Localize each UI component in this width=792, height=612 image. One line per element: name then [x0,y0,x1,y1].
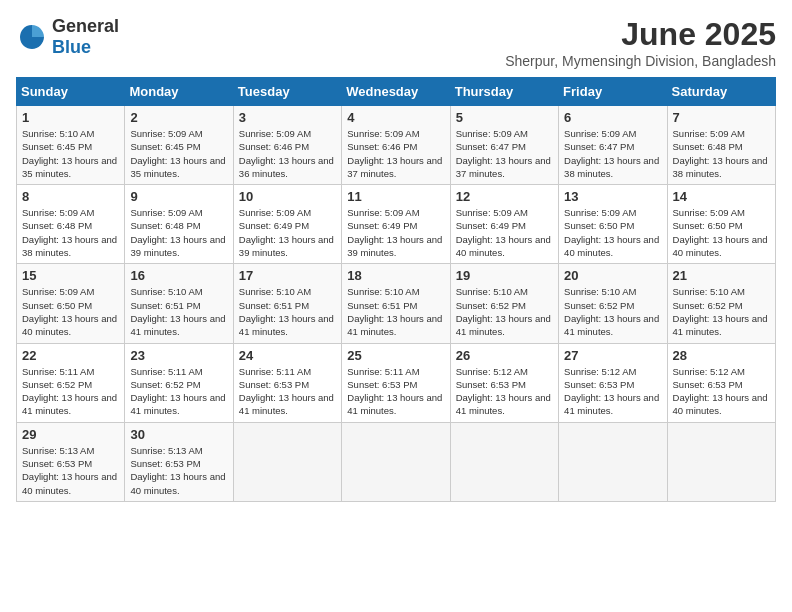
day-info: Sunrise: 5:11 AM Sunset: 6:53 PM Dayligh… [239,365,336,418]
day-number: 23 [130,348,227,363]
week-row-2: 8Sunrise: 5:09 AM Sunset: 6:48 PM Daylig… [17,185,776,264]
calendar-cell: 28Sunrise: 5:12 AM Sunset: 6:53 PM Dayli… [667,343,775,422]
calendar-cell: 17Sunrise: 5:10 AM Sunset: 6:51 PM Dayli… [233,264,341,343]
calendar-cell [450,422,558,501]
day-number: 8 [22,189,119,204]
day-info: Sunrise: 5:09 AM Sunset: 6:45 PM Dayligh… [130,127,227,180]
day-number: 25 [347,348,444,363]
day-info: Sunrise: 5:09 AM Sunset: 6:50 PM Dayligh… [673,206,770,259]
day-number: 27 [564,348,661,363]
day-info: Sunrise: 5:12 AM Sunset: 6:53 PM Dayligh… [456,365,553,418]
day-number: 22 [22,348,119,363]
calendar-cell: 4Sunrise: 5:09 AM Sunset: 6:46 PM Daylig… [342,106,450,185]
week-row-4: 22Sunrise: 5:11 AM Sunset: 6:52 PM Dayli… [17,343,776,422]
day-info: Sunrise: 5:10 AM Sunset: 6:52 PM Dayligh… [564,285,661,338]
day-info: Sunrise: 5:09 AM Sunset: 6:48 PM Dayligh… [22,206,119,259]
day-number: 28 [673,348,770,363]
day-number: 13 [564,189,661,204]
day-number: 9 [130,189,227,204]
day-number: 17 [239,268,336,283]
title-area: June 2025 Sherpur, Mymensingh Division, … [505,16,776,69]
calendar-cell: 21Sunrise: 5:10 AM Sunset: 6:52 PM Dayli… [667,264,775,343]
day-info: Sunrise: 5:10 AM Sunset: 6:45 PM Dayligh… [22,127,119,180]
day-number: 11 [347,189,444,204]
calendar-cell [233,422,341,501]
day-info: Sunrise: 5:12 AM Sunset: 6:53 PM Dayligh… [673,365,770,418]
location: Sherpur, Mymensingh Division, Bangladesh [505,53,776,69]
logo-icon [16,21,48,53]
day-number: 19 [456,268,553,283]
calendar-cell [559,422,667,501]
day-info: Sunrise: 5:09 AM Sunset: 6:47 PM Dayligh… [456,127,553,180]
day-info: Sunrise: 5:09 AM Sunset: 6:49 PM Dayligh… [456,206,553,259]
day-number: 6 [564,110,661,125]
day-number: 29 [22,427,119,442]
day-info: Sunrise: 5:10 AM Sunset: 6:52 PM Dayligh… [673,285,770,338]
day-info: Sunrise: 5:10 AM Sunset: 6:51 PM Dayligh… [130,285,227,338]
header-sunday: Sunday [17,78,125,106]
day-number: 1 [22,110,119,125]
calendar-cell: 5Sunrise: 5:09 AM Sunset: 6:47 PM Daylig… [450,106,558,185]
day-number: 5 [456,110,553,125]
header-saturday: Saturday [667,78,775,106]
calendar-cell: 11Sunrise: 5:09 AM Sunset: 6:49 PM Dayli… [342,185,450,264]
day-info: Sunrise: 5:12 AM Sunset: 6:53 PM Dayligh… [564,365,661,418]
calendar-table: Sunday Monday Tuesday Wednesday Thursday… [16,77,776,502]
day-info: Sunrise: 5:10 AM Sunset: 6:52 PM Dayligh… [456,285,553,338]
day-info: Sunrise: 5:09 AM Sunset: 6:49 PM Dayligh… [239,206,336,259]
logo: General Blue [16,16,119,58]
calendar-cell: 19Sunrise: 5:10 AM Sunset: 6:52 PM Dayli… [450,264,558,343]
day-number: 24 [239,348,336,363]
day-number: 3 [239,110,336,125]
calendar-cell: 10Sunrise: 5:09 AM Sunset: 6:49 PM Dayli… [233,185,341,264]
calendar-cell: 25Sunrise: 5:11 AM Sunset: 6:53 PM Dayli… [342,343,450,422]
day-number: 4 [347,110,444,125]
day-info: Sunrise: 5:11 AM Sunset: 6:52 PM Dayligh… [22,365,119,418]
day-number: 12 [456,189,553,204]
calendar-cell: 12Sunrise: 5:09 AM Sunset: 6:49 PM Dayli… [450,185,558,264]
day-info: Sunrise: 5:09 AM Sunset: 6:46 PM Dayligh… [239,127,336,180]
calendar-cell: 16Sunrise: 5:10 AM Sunset: 6:51 PM Dayli… [125,264,233,343]
calendar-cell: 23Sunrise: 5:11 AM Sunset: 6:52 PM Dayli… [125,343,233,422]
header-friday: Friday [559,78,667,106]
day-number: 18 [347,268,444,283]
calendar-cell: 7Sunrise: 5:09 AM Sunset: 6:48 PM Daylig… [667,106,775,185]
day-number: 20 [564,268,661,283]
calendar-cell: 18Sunrise: 5:10 AM Sunset: 6:51 PM Dayli… [342,264,450,343]
calendar-cell: 27Sunrise: 5:12 AM Sunset: 6:53 PM Dayli… [559,343,667,422]
day-info: Sunrise: 5:09 AM Sunset: 6:47 PM Dayligh… [564,127,661,180]
calendar-cell: 29Sunrise: 5:13 AM Sunset: 6:53 PM Dayli… [17,422,125,501]
calendar-cell: 1Sunrise: 5:10 AM Sunset: 6:45 PM Daylig… [17,106,125,185]
header-tuesday: Tuesday [233,78,341,106]
header-thursday: Thursday [450,78,558,106]
calendar-cell: 9Sunrise: 5:09 AM Sunset: 6:48 PM Daylig… [125,185,233,264]
day-info: Sunrise: 5:11 AM Sunset: 6:53 PM Dayligh… [347,365,444,418]
calendar-cell: 26Sunrise: 5:12 AM Sunset: 6:53 PM Dayli… [450,343,558,422]
weekday-header-row: Sunday Monday Tuesday Wednesday Thursday… [17,78,776,106]
calendar-cell: 15Sunrise: 5:09 AM Sunset: 6:50 PM Dayli… [17,264,125,343]
calendar-cell: 3Sunrise: 5:09 AM Sunset: 6:46 PM Daylig… [233,106,341,185]
calendar-cell: 8Sunrise: 5:09 AM Sunset: 6:48 PM Daylig… [17,185,125,264]
day-info: Sunrise: 5:09 AM Sunset: 6:50 PM Dayligh… [564,206,661,259]
logo-text: General Blue [52,16,119,58]
day-info: Sunrise: 5:11 AM Sunset: 6:52 PM Dayligh… [130,365,227,418]
day-number: 7 [673,110,770,125]
header-monday: Monday [125,78,233,106]
calendar-cell: 24Sunrise: 5:11 AM Sunset: 6:53 PM Dayli… [233,343,341,422]
day-info: Sunrise: 5:09 AM Sunset: 6:48 PM Dayligh… [673,127,770,180]
day-info: Sunrise: 5:09 AM Sunset: 6:49 PM Dayligh… [347,206,444,259]
header: General Blue June 2025 Sherpur, Mymensin… [16,16,776,69]
calendar-cell: 14Sunrise: 5:09 AM Sunset: 6:50 PM Dayli… [667,185,775,264]
week-row-5: 29Sunrise: 5:13 AM Sunset: 6:53 PM Dayli… [17,422,776,501]
calendar-cell: 20Sunrise: 5:10 AM Sunset: 6:52 PM Dayli… [559,264,667,343]
calendar-cell: 6Sunrise: 5:09 AM Sunset: 6:47 PM Daylig… [559,106,667,185]
day-number: 15 [22,268,119,283]
header-wednesday: Wednesday [342,78,450,106]
week-row-1: 1Sunrise: 5:10 AM Sunset: 6:45 PM Daylig… [17,106,776,185]
calendar-cell: 30Sunrise: 5:13 AM Sunset: 6:53 PM Dayli… [125,422,233,501]
month-year: June 2025 [505,16,776,53]
day-number: 26 [456,348,553,363]
day-number: 2 [130,110,227,125]
day-info: Sunrise: 5:09 AM Sunset: 6:50 PM Dayligh… [22,285,119,338]
day-info: Sunrise: 5:13 AM Sunset: 6:53 PM Dayligh… [22,444,119,497]
